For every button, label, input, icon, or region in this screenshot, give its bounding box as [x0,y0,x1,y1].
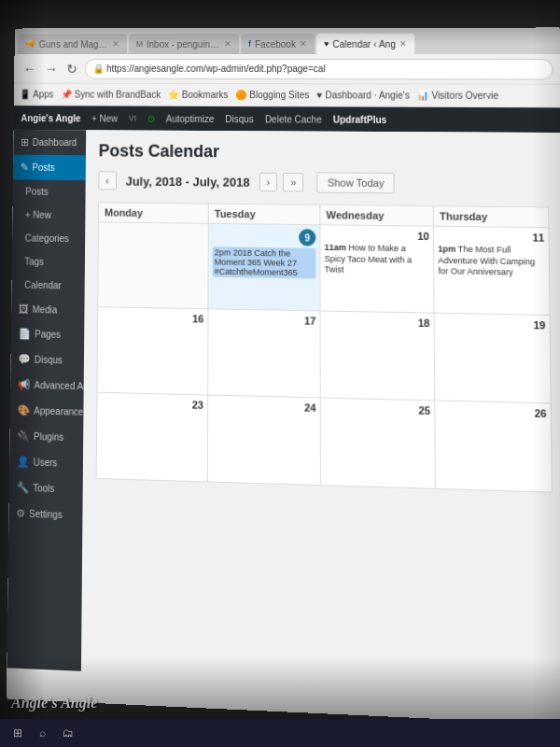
taskbar-search[interactable]: ⌕ [34,725,51,741]
lock-icon: 🔒 [93,63,105,74]
sidebar-item-users[interactable]: 👤 Users [9,448,83,476]
sidebar-item-appearance[interactable]: 🎨 Appearance [10,398,84,426]
bookmark-dashboard[interactable]: ♥ Dashboard · Angie's [316,90,409,100]
wp-updraftplus[interactable]: UpdraftPlus [333,114,386,124]
appearance-icon: 🎨 [18,404,31,417]
show-today-button[interactable]: Show Today [317,172,395,193]
sidebar-item-advanced-ads[interactable]: 📢 Advanced Ads [10,372,84,399]
cal-cell-19: 19 [434,313,551,403]
close-tab-2[interactable]: ✕ [224,39,231,49]
address-bar: ← → ↻ 🔒 https://angiesangle.com/wp-admin… [14,54,560,85]
users-icon: 👤 [17,456,30,469]
day-number-26: 26 [439,405,546,419]
refresh-button[interactable]: ↻ [64,59,79,78]
cal-cell-10: 10 11am How to Make a Spicy Taco Meat wi… [320,225,434,313]
wp-site-name[interactable]: Angie's Angle [21,113,80,123]
event-11-1[interactable]: 1pm The Most Full Adventure With Camping… [438,244,545,279]
close-tab-4[interactable]: ✕ [399,39,407,49]
laptop-frame: 🔫 Guns and Magic on Face... ✕ M Inbox - … [0,0,560,747]
settings-icon: ⚙ [16,507,25,520]
col-tuesday: Tuesday [208,204,320,225]
taskbar-files[interactable]: 🗂 [57,725,79,741]
cal-cell-empty [98,222,209,309]
tab-facebook[interactable]: f Facebook ✕ [241,34,315,54]
taskbar-windows[interactable]: ⊞ [7,725,28,741]
event-9-1[interactable]: 2pm 2018 Catch the Moment 365 Week 27 #C… [213,247,316,278]
wp-disqus[interactable]: Disqus [225,114,254,124]
bookmark-sync[interactable]: 📌 Sync with BrandBack [61,90,161,100]
cal-range: July, 2018 - July, 2018 [122,174,254,189]
cal-next-button[interactable]: › [259,173,277,191]
calendar-week-3: 23 24 25 26 [96,392,552,492]
forward-button[interactable]: → [43,59,60,78]
media-icon: 🖼 [19,303,29,315]
wp-main-content: Posts Calendar ‹ July, 2018 - July, 2018… [81,130,560,692]
bookmark-bookmarks[interactable]: ⭐ Bookmarks [168,90,228,100]
url-input[interactable]: 🔒 https://angiesangle.com/wp-admin/edit.… [85,58,553,79]
url-text: https://angiesangle.com/wp-admin/edit.ph… [106,63,326,74]
cal-cell-11: 11 1pm The Most Full Adventure With Camp… [433,226,550,315]
plugins-icon: 🔌 [17,430,30,443]
sidebar-item-categories[interactable]: Categories [12,226,85,250]
cal-cell-18: 18 [320,311,435,401]
day-number-25: 25 [325,402,430,416]
sidebar-item-dashboard[interactable]: ⊞ Dashboard [13,130,86,155]
calendar-toolbar: ‹ July, 2018 - July, 2018 › » Show Today [98,170,549,195]
calendar-table: Monday Tuesday Wednesday Thursday [96,202,553,492]
wp-admin-bar: Angie's Angle + New VI ⊙ Autoptimize Dis… [14,106,560,133]
bookmarks-bar: 📱 Apps 📌 Sync with BrandBack ⭐ Bookmarks… [14,84,560,108]
wp-sidebar: ⊞ Dashboard ✎ Posts Posts + New Categori… [7,130,86,671]
sidebar-item-posts[interactable]: ✎ Posts [13,155,86,181]
sidebar-item-settings[interactable]: ⚙ Settings [8,500,82,529]
cal-prev-button[interactable]: ‹ [98,171,116,190]
ads-icon: 📢 [18,378,31,391]
taskbar: ⊞ ⌕ 🗂 [0,719,560,747]
day-number-23: 23 [101,397,203,411]
cal-cell-23: 23 [96,392,207,482]
sidebar-item-media[interactable]: 🖼 Media [11,296,85,322]
sidebar-item-tools[interactable]: 🔧 Tools [9,474,83,502]
cal-cell-26: 26 [435,401,553,492]
sidebar-item-calendar[interactable]: Calendar [11,273,85,297]
sidebar-item-plugins[interactable]: 🔌 Plugins [9,423,83,451]
back-button[interactable]: ← [21,59,38,78]
day-number-24: 24 [212,400,316,414]
browser-window: 🔫 Guns and Magic on Face... ✕ M Inbox - … [7,27,560,725]
calendar-week-1: 9 2pm 2018 Catch the Moment 365 Week 27 … [98,222,550,315]
sidebar-item-new[interactable]: + New [12,203,85,227]
day-number-11: 11 [438,231,544,244]
bookmark-visitors[interactable]: 📊 Visitors Overvie [417,91,498,101]
close-tab-1[interactable]: ✕ [112,39,119,49]
wp-new[interactable]: + New [91,113,118,123]
day-number-10: 10 [324,229,428,242]
wp-delete-cache[interactable]: Delete Cache [265,114,322,124]
tab-calendar[interactable]: ♥ Calendar ‹ Ang ✕ [316,34,414,54]
day-number-9: 9 [299,229,315,247]
watermark: Angie's Angle [11,695,97,712]
wp-layout: ⊞ Dashboard ✎ Posts Posts + New Categori… [7,130,560,693]
pages-icon: 📄 [19,328,32,340]
close-tab-3[interactable]: ✕ [300,39,307,49]
col-wednesday: Wednesday [320,204,434,226]
sidebar-item-disqus[interactable]: 💬 Disqus [10,346,84,374]
event-10-1[interactable]: 11am How to Make a Spicy Taco Meat with … [325,243,430,278]
sidebar-item-pages[interactable]: 📄 Pages [11,321,85,348]
cal-cell-9: 9 2pm 2018 Catch the Moment 365 Week 27 … [208,223,320,311]
sidebar-item-tags[interactable]: Tags [12,249,85,274]
day-number-17: 17 [212,314,315,327]
tools-icon: 🔧 [17,481,30,494]
col-monday: Monday [99,203,209,223]
bookmark-apps[interactable]: 📱 Apps [20,89,54,99]
tab-inbox[interactable]: M Inbox - penguinsangel@... ✕ [129,34,239,54]
wp-autoptimize[interactable]: Autoptimize [166,113,215,123]
cal-next2-button[interactable]: » [283,173,303,191]
tab-guns[interactable]: 🔫 Guns and Magic on Face... ✕ [18,34,127,54]
posts-icon: ✎ [21,162,29,174]
page-title: Posts Calendar [99,141,549,164]
sidebar-item-posts-sub[interactable]: Posts [13,179,86,204]
disqus-icon: 💬 [18,353,31,365]
col-thursday: Thursday [433,206,549,228]
bookmark-blogging[interactable]: 🟠 Blogging Sites [235,90,309,100]
calendar-week-2: 16 17 18 19 [97,307,551,403]
day-number-19: 19 [439,317,546,331]
